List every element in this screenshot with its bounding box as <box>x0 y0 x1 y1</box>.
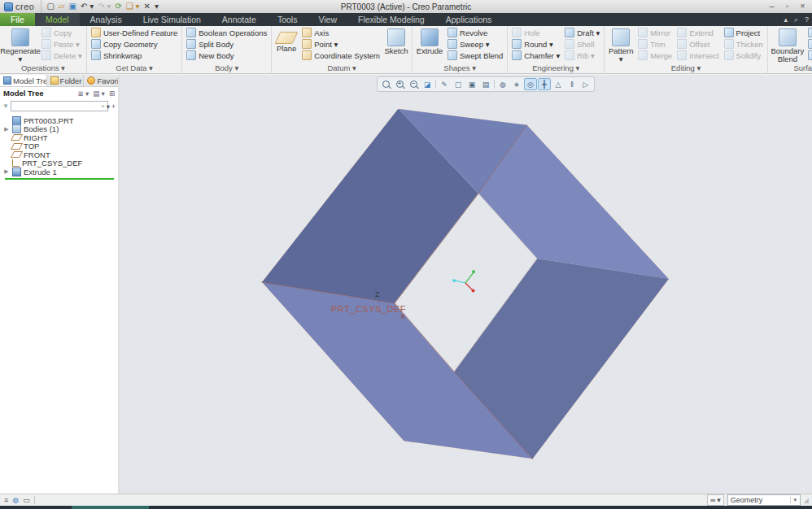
regenerate-button[interactable]: Regenerate ▾ <box>2 27 38 63</box>
extrude-button[interactable]: Extrude <box>415 27 444 55</box>
point-button[interactable]: Point ▾ <box>300 38 382 50</box>
open-file-icon[interactable]: ▱ <box>59 1 65 12</box>
tab-view[interactable]: View <box>308 13 347 26</box>
zoom-in-icon[interactable]: + <box>393 78 406 90</box>
tab-folder-browser[interactable]: Folder B <box>47 75 85 86</box>
copy-geometry-button[interactable]: Copy Geometry <box>89 38 179 50</box>
tab-analysis[interactable]: Analysis <box>80 13 133 26</box>
new-window-icon[interactable]: ▭ <box>23 496 30 504</box>
paste-button[interactable]: Paste ▾ <box>40 38 84 50</box>
clear-filter-icon[interactable]: × <box>101 102 105 110</box>
rib-button[interactable]: Rib ▾ <box>563 50 601 61</box>
axis-button[interactable]: Axis <box>300 27 382 38</box>
annotation-display-icon[interactable]: ◎ <box>524 78 537 90</box>
orient-mode-icon[interactable]: △ <box>552 78 565 90</box>
close-button[interactable]: × <box>795 0 810 12</box>
pattern-button[interactable]: Pattern ▾ <box>607 27 635 63</box>
tab-tools[interactable]: Tools <box>267 13 308 26</box>
tree-item-front-plane[interactable]: FRONT <box>3 150 118 159</box>
sketch-button[interactable]: Sketch <box>383 27 409 55</box>
y-axis-handle[interactable] <box>473 271 475 273</box>
boundary-blend-button[interactable]: Boundary Blend <box>771 27 805 63</box>
merge-button[interactable]: Merge <box>636 50 674 61</box>
boolean-operations-button[interactable]: Boolean Operations <box>185 27 268 38</box>
dragger-icon[interactable]: ▷ <box>579 78 592 90</box>
datum-display-icon[interactable]: ∗ <box>510 78 523 90</box>
refit-icon[interactable] <box>379 78 392 90</box>
tab-annotate[interactable]: Annotate <box>212 13 267 26</box>
user-defined-feature-button[interactable]: User-Defined Feature <box>89 27 179 38</box>
tab-flexible-modeling[interactable]: Flexible Modeling <box>347 13 435 26</box>
solidify-button[interactable]: Solidify <box>723 50 765 61</box>
new-file-icon[interactable]: ▢ <box>46 1 54 12</box>
selection-filter-dropdown-icon[interactable]: ▾ <box>790 497 800 503</box>
intersect-button[interactable]: Intersect <box>675 50 720 61</box>
thicken-button[interactable]: Thicken <box>723 38 765 50</box>
maximize-button[interactable]: ▫ <box>779 0 795 12</box>
mirror-button[interactable]: Mirror <box>636 27 674 38</box>
ribbon-group-label-datum[interactable]: Datum ▾ <box>274 63 409 73</box>
csys-triad[interactable] <box>453 271 475 293</box>
tree-columns-button[interactable]: ▤ ▾ <box>93 89 105 98</box>
csys-name-label[interactable]: PRT_CSYS_DEF <box>331 304 406 314</box>
ribbon-group-label-body[interactable]: Body ▾ <box>185 63 268 73</box>
extend-button[interactable]: Extend <box>675 27 720 38</box>
style-button[interactable]: Style <box>806 38 812 50</box>
pause-icon[interactable]: ‖ <box>565 78 578 90</box>
tab-model-tree[interactable]: Model Tree <box>0 75 47 86</box>
creo-logo[interactable]: creo <box>0 0 41 13</box>
minimize-button[interactable]: – <box>764 0 779 12</box>
swept-blend-button[interactable]: Swept Blend <box>446 50 504 61</box>
tab-live-simulation[interactable]: Live Simulation <box>133 13 212 26</box>
round-button[interactable]: Round ▾ <box>510 38 561 50</box>
nav-toggle-icon[interactable]: ≡ <box>4 496 8 504</box>
tree-item-csys[interactable]: PRT_CSYS_DEF <box>3 159 118 168</box>
shell-button[interactable]: Shell <box>563 38 601 50</box>
section-icon[interactable]: ▢ <box>452 78 465 90</box>
delete-button[interactable]: Delete ▾ <box>40 50 84 61</box>
ribbon-group-label-editing[interactable]: Editing ▾ <box>607 63 765 73</box>
help-icon[interactable]: ? <box>805 15 809 24</box>
z-axis-handle[interactable] <box>453 280 456 282</box>
tree-filters-button[interactable]: ≣ ▾ <box>77 89 89 98</box>
draft-button[interactable]: Draft ▾ <box>563 27 601 38</box>
shrinkwrap-button[interactable]: Shrinkwrap <box>89 50 179 61</box>
new-body-button[interactable]: New Body <box>185 50 268 61</box>
display-style-icon[interactable]: ✎ <box>438 78 451 90</box>
ribbon-group-label-surfaces[interactable]: Surfaces ▾ <box>771 63 812 73</box>
ribbon-group-label-get-data[interactable]: Get Data ▾ <box>89 63 179 73</box>
close-window-icon[interactable]: ✕ <box>144 1 151 12</box>
command-search-icon[interactable]: ⌕ <box>794 15 798 24</box>
offset-button[interactable]: Offset <box>675 38 720 50</box>
x-axis-handle[interactable] <box>472 289 475 293</box>
extrude-solid[interactable] <box>261 108 670 459</box>
repaint-icon[interactable]: ◪ <box>421 78 434 90</box>
filter-funnel-icon[interactable]: ▼ <box>2 102 9 110</box>
model-tree-filter-input[interactable] <box>11 101 108 111</box>
view-manager-icon[interactable]: ▤ <box>479 78 492 90</box>
sweep-button[interactable]: Sweep ▾ <box>446 38 504 50</box>
filter-dropdown-icon[interactable]: ▾ <box>107 102 110 111</box>
selection-filter-combobox[interactable]: Geometry ▾ <box>727 494 801 506</box>
windows-icon[interactable]: ❏ ▾ <box>126 1 140 12</box>
tab-favorites[interactable]: Favorite <box>84 75 118 86</box>
undo-icon[interactable]: ↶ ▾ <box>81 1 94 12</box>
project-button[interactable]: Project <box>723 27 765 38</box>
tab-file[interactable]: File <box>0 13 35 26</box>
find-button[interactable]: ∞ ▾ <box>707 494 724 506</box>
render-style-icon[interactable]: ◍ <box>496 78 509 90</box>
graphics-area[interactable]: Z X PRT_CSYS_DEF + − ◪ ✎ ▢ ▣ ▤ ◍ ∗ ◎ ╋ △… <box>120 75 812 494</box>
freestyle-button[interactable]: Freestyle <box>806 50 812 61</box>
tree-item-extrude[interactable]: ▶ Extrude 1 <box>3 167 118 176</box>
tree-item-right-plane[interactable]: RIGHT <box>3 133 118 142</box>
plane-button[interactable]: Plane <box>274 27 299 53</box>
customize-qat-icon[interactable]: ▾ <box>155 1 159 12</box>
zoom-out-icon[interactable]: − <box>407 78 420 90</box>
add-filter-icon[interactable]: + <box>111 102 116 111</box>
expand-arrow-icon[interactable]: ▶ <box>3 168 10 175</box>
saved-orientations-icon[interactable]: ▣ <box>465 78 478 90</box>
tree-expand-button[interactable]: ⊞ <box>109 89 115 98</box>
redo-icon[interactable]: ↷ ▾ <box>98 1 111 12</box>
tree-item-part[interactable]: PRT0003.PRT <box>3 116 118 125</box>
trim-button[interactable]: Trim <box>636 38 674 50</box>
